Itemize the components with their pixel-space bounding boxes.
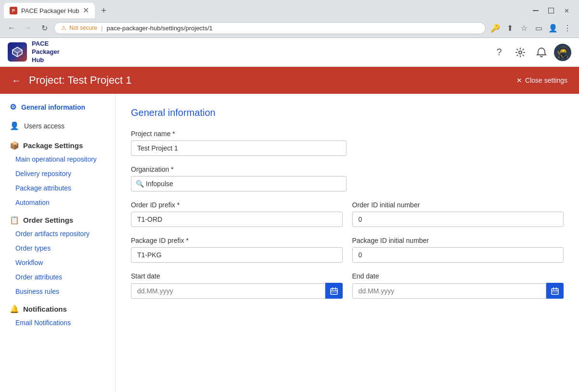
svg-rect-8 — [332, 291, 333, 292]
order-id-prefix-label: Order ID prefix * — [131, 201, 343, 209]
active-tab[interactable]: P PACE Packager Hub ✕ — [4, 3, 95, 18]
main-layout: ⚙ General information 👤 Users access 📦 P… — [0, 94, 579, 392]
settings-gear-button[interactable] — [512, 44, 529, 61]
sidebar: ⚙ General information 👤 Users access 📦 P… — [0, 94, 116, 392]
app-title: PACE Packager Hub — [32, 40, 60, 64]
security-warning-icon: ⚠ — [61, 25, 66, 31]
address-input[interactable]: ⚠ Not secure | pace-packager-hub/setting… — [54, 22, 486, 34]
package-id-row: Package ID prefix * Package ID initial n… — [131, 237, 564, 263]
sidebar-section-label-order-settings: Order Settings — [23, 216, 73, 224]
start-date-input[interactable] — [131, 283, 325, 299]
key-icon-button[interactable]: 🔑 — [489, 21, 502, 35]
package-id-prefix-input[interactable] — [131, 247, 343, 263]
sidebar-section-notifications: 🔔 Notifications — [0, 299, 115, 316]
logo-icon — [8, 42, 27, 62]
address-bar: ← → ↻ ⚠ Not secure | pace-packager-hub/s… — [0, 18, 579, 38]
svg-rect-12 — [553, 291, 553, 292]
end-date-label: End date — [352, 272, 564, 280]
sidebar-item-main-op-repo[interactable]: Main operational repository — [0, 152, 115, 166]
close-settings-label: Close settings — [525, 76, 567, 84]
sidebar-item-delivery-repo[interactable]: Delivery repository — [0, 166, 115, 181]
sidebar-item-email-notifications[interactable]: Email Notifications — [0, 316, 115, 330]
new-tab-button[interactable]: + — [97, 4, 110, 17]
browser-chrome: P PACE Packager Hub ✕ + ✕ ← → ↻ ⚠ Not se… — [0, 0, 579, 38]
package-id-prefix-col: Package ID prefix * — [131, 237, 343, 263]
bookmark-button[interactable]: ☆ — [517, 21, 531, 35]
page-title: Project: Test Project 1 — [29, 74, 132, 87]
order-list-icon: 📋 — [10, 215, 19, 225]
svg-rect-14 — [556, 291, 557, 292]
tab-label: PACE Packager Hub — [21, 7, 79, 14]
more-button[interactable]: ⋮ — [561, 21, 574, 35]
page-header: ← Project: Test Project 1 ✕ Close settin… — [0, 67, 579, 94]
date-row: Start date — [131, 272, 564, 299]
reading-view-button[interactable]: ▭ — [532, 21, 545, 35]
tab-close-button[interactable]: ✕ — [83, 7, 89, 14]
sidebar-item-package-attributes[interactable]: Package attributes — [0, 181, 115, 195]
security-warning-text: Not secure — [69, 25, 97, 31]
share-button[interactable]: ⬆ — [503, 21, 516, 35]
start-date-wrapper — [131, 283, 343, 299]
forward-button[interactable]: → — [21, 21, 35, 35]
sidebar-item-business-rules[interactable]: Business rules — [0, 284, 115, 299]
content-title: General information — [131, 107, 564, 118]
project-name-group: Project name * — [131, 130, 347, 156]
profile-button[interactable]: 👤 — [546, 21, 560, 35]
refresh-button[interactable]: ↻ — [38, 21, 51, 35]
sidebar-item-workflow[interactable]: Workflow — [0, 255, 115, 270]
svg-rect-0 — [533, 10, 539, 11]
order-id-row: Order ID prefix * Order ID initial numbe… — [131, 201, 564, 227]
svg-point-6 — [519, 51, 522, 54]
package-id-initial-col: Package ID initial number — [352, 237, 564, 263]
organization-input-wrapper: 🔍 — [131, 176, 347, 191]
start-date-calendar-button[interactable] — [325, 283, 343, 299]
user-avatar[interactable]: 🥷 — [554, 44, 571, 61]
tab-favicon: P — [10, 7, 17, 14]
close-x-icon: ✕ — [516, 76, 522, 84]
sidebar-item-order-attributes[interactable]: Order attributes — [0, 270, 115, 284]
order-id-prefix-input[interactable] — [131, 212, 343, 227]
package-icon: 📦 — [10, 141, 19, 150]
calendar-icon — [330, 287, 338, 295]
end-date-calendar-button[interactable] — [546, 283, 564, 299]
content-area: General information Project name * Organ… — [116, 94, 579, 392]
end-calendar-icon — [551, 287, 559, 295]
back-button[interactable]: ← — [5, 21, 18, 35]
app-logo: PACE Packager Hub — [8, 40, 60, 64]
logo-cube-svg — [11, 45, 24, 59]
package-id-initial-input[interactable] — [352, 247, 564, 263]
bell-icon: 🔔 — [10, 304, 19, 314]
order-id-initial-input[interactable] — [352, 212, 564, 227]
org-search-icon: 🔍 — [136, 180, 144, 188]
users-icon: 👤 — [10, 121, 19, 130]
sidebar-label-users-access: Users access — [24, 122, 64, 130]
notifications-bell-button[interactable] — [533, 44, 550, 61]
sidebar-item-order-artifacts-repo[interactable]: Order artifacts repository — [0, 227, 115, 241]
end-date-wrapper — [352, 283, 564, 299]
svg-rect-9 — [334, 291, 335, 292]
back-arrow-button[interactable]: ← — [12, 75, 21, 86]
end-date-input[interactable] — [352, 283, 547, 299]
sidebar-section-order-settings: 📋 Order Settings — [0, 210, 115, 227]
sidebar-item-order-types[interactable]: Order types — [0, 241, 115, 255]
address-text: pace-packager-hub/settings/projects/1 — [106, 25, 212, 32]
organization-group: Organization * 🔍 — [131, 165, 347, 191]
sidebar-section-package-settings: 📦 Package Settings — [0, 135, 115, 152]
gear-settings-icon: ⚙ — [10, 102, 16, 112]
window-restore-button[interactable] — [544, 4, 558, 17]
window-controls: ✕ — [529, 4, 575, 17]
sidebar-section-label-notifications: Notifications — [23, 305, 67, 313]
project-name-input[interactable] — [131, 140, 347, 156]
sidebar-item-general-information[interactable]: ⚙ General information — [0, 98, 115, 116]
package-id-initial-label: Package ID initial number — [352, 237, 564, 244]
window-close-button[interactable]: ✕ — [560, 4, 573, 17]
help-button[interactable]: ? — [490, 44, 508, 61]
organization-input[interactable] — [131, 176, 347, 191]
order-id-prefix-col: Order ID prefix * — [131, 201, 343, 227]
close-settings-button[interactable]: ✕ Close settings — [516, 76, 567, 84]
sidebar-item-users-access[interactable]: 👤 Users access — [0, 116, 115, 135]
sidebar-item-automation[interactable]: Automation — [0, 195, 115, 210]
window-minimize-button[interactable] — [529, 4, 542, 17]
app-header: PACE Packager Hub ? 🥷 — [0, 38, 579, 67]
svg-rect-1 — [549, 8, 554, 13]
